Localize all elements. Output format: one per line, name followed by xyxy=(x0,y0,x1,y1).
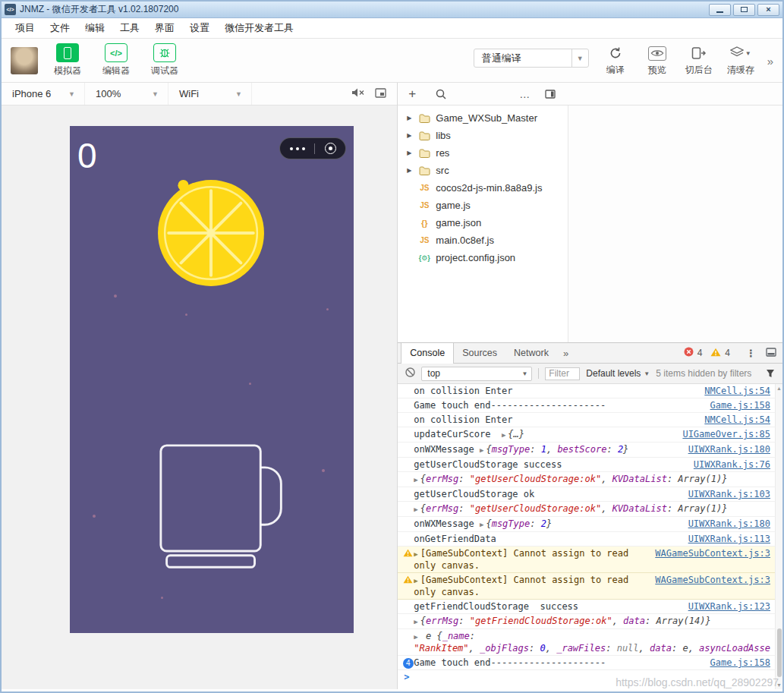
tree-item-file[interactable]: JScocos2d-js-min.8a8a9.js xyxy=(398,179,568,197)
console-prompt[interactable]: > xyxy=(398,670,775,684)
tree-item-file[interactable]: JSgame.js xyxy=(398,197,568,214)
menu-item[interactable]: 工具 xyxy=(112,21,147,35)
scrollbar-thumb[interactable] xyxy=(777,628,782,677)
collapse-arrow-icon[interactable]: ▶ xyxy=(405,150,413,156)
tree-item-file[interactable]: {⚙}project.config.json xyxy=(398,249,568,266)
tab-network[interactable]: Network xyxy=(505,343,557,363)
debugger-button[interactable]: 调试器 xyxy=(146,43,184,77)
menu-item[interactable]: 项目 xyxy=(8,21,43,35)
message-text: on collision Enter xyxy=(414,414,697,426)
message-text: ▶{errMsg: "getUserCloudStorage:ok", KVDa… xyxy=(414,474,770,486)
maximize-button[interactable] xyxy=(733,4,755,16)
tree-item-file[interactable]: {}game.json xyxy=(398,214,568,232)
clear-console-icon[interactable] xyxy=(405,367,415,380)
sparkle xyxy=(185,313,187,316)
file-name: project.config.json xyxy=(436,252,515,263)
network-select[interactable]: WiFi ▼ xyxy=(168,83,252,105)
message-icon-slot: 4 xyxy=(402,657,414,669)
source-link[interactable]: UIWXRank.js:180 xyxy=(688,444,770,455)
mute-icon[interactable] xyxy=(351,87,364,101)
tree-item-folder[interactable]: ▶res xyxy=(398,144,568,162)
expand-arrow-icon[interactable]: ▶ xyxy=(480,446,483,454)
tab-console[interactable]: Console xyxy=(401,343,454,364)
source-link[interactable]: WAGameSubContext.js:3 xyxy=(655,548,770,559)
menu-item[interactable]: 文件 xyxy=(43,21,77,35)
source-link[interactable]: Game.js:158 xyxy=(710,400,770,411)
expand-arrow-icon[interactable]: ▶ xyxy=(414,577,417,584)
preview-label: 预览 xyxy=(648,64,666,77)
console-message: on collision EnterNMCell.js:54 xyxy=(398,384,775,398)
expand-arrow-icon[interactable]: ▶ xyxy=(414,633,417,641)
scroll-down-icon[interactable]: ▼ xyxy=(776,682,782,688)
token: msgType xyxy=(492,518,531,529)
right-pane: + … ▶Game_WXSub_Master▶libs▶res▶srcJScoc… xyxy=(397,83,782,689)
switch-background-button[interactable]: 切后台 xyxy=(684,44,714,77)
menu-item[interactable]: 微信开发者工具 xyxy=(217,21,301,35)
mini-program-capsule xyxy=(279,137,346,159)
device-select[interactable]: iPhone 6 ▼ xyxy=(2,83,85,105)
expand-arrow-icon[interactable]: ▶ xyxy=(414,476,417,484)
more-options-icon[interactable]: … xyxy=(519,83,531,106)
collapse-arrow-icon[interactable]: ▶ xyxy=(405,132,413,139)
simulator-icon xyxy=(56,43,79,62)
source-link[interactable]: UIGameOver.js:85 xyxy=(682,429,770,440)
editor-button[interactable]: </> 编辑器 xyxy=(97,43,135,77)
tabs-overflow-icon[interactable]: » xyxy=(557,348,575,359)
filter-input[interactable] xyxy=(545,367,580,380)
search-icon[interactable] xyxy=(436,83,446,106)
source-link[interactable]: NMCell.js:54 xyxy=(704,386,770,397)
menu-item[interactable]: 编辑 xyxy=(77,21,112,35)
source-link[interactable]: UIWXRank.js:76 xyxy=(694,459,770,471)
console-settings-icon[interactable] xyxy=(766,369,775,378)
game-screen[interactable]: 0 xyxy=(70,126,354,633)
prompt-chevron-icon: > xyxy=(404,672,409,683)
simulator-button[interactable]: 模拟器 xyxy=(49,43,87,77)
clear-cache-button[interactable]: ▼ 清缓存 xyxy=(726,44,756,77)
expand-arrow-icon[interactable]: ▶ xyxy=(414,550,417,558)
scroll-up-icon[interactable]: ▲ xyxy=(776,386,782,391)
device-value: iPhone 6 xyxy=(12,88,51,99)
source-link[interactable]: UIWXRank.js:123 xyxy=(688,601,770,613)
layout-toggle-icon[interactable] xyxy=(545,83,556,106)
log-levels-select[interactable]: Default levels ▼ xyxy=(586,368,650,379)
source-link[interactable]: NMCell.js:54 xyxy=(704,414,770,426)
exit-icon[interactable] xyxy=(325,143,336,154)
user-avatar[interactable] xyxy=(11,47,38,74)
source-link[interactable]: UIWXRank.js:113 xyxy=(688,534,770,545)
token: Array(1) xyxy=(678,474,722,484)
float-window-icon[interactable] xyxy=(375,87,386,101)
source-link[interactable]: UIWXRank.js:103 xyxy=(688,489,770,500)
execution-context-select[interactable]: top ▼ xyxy=(421,367,532,381)
add-file-button[interactable]: + xyxy=(408,83,416,106)
source-link[interactable]: UIWXRank.js:180 xyxy=(688,518,770,530)
source-link[interactable]: Game.js:158 xyxy=(710,657,770,669)
expand-arrow-icon[interactable]: ▶ xyxy=(480,521,483,528)
tab-sources[interactable]: Sources xyxy=(454,343,505,363)
preview-button[interactable]: 预览 xyxy=(642,44,672,77)
zoom-select[interactable]: 100% ▼ xyxy=(85,83,168,105)
tree-item-file[interactable]: JSmain.0c8ef.js xyxy=(398,232,568,249)
more-options-icon[interactable] xyxy=(290,147,305,150)
toolbar-more-button[interactable]: » xyxy=(767,55,773,68)
tree-item-folder[interactable]: ▶Game_WXSub_Master xyxy=(398,109,568,127)
tree-item-folder[interactable]: ▶src xyxy=(398,162,568,179)
dock-side-icon[interactable] xyxy=(766,346,776,360)
collapse-arrow-icon[interactable]: ▶ xyxy=(405,115,413,121)
compile-mode-select[interactable]: 普通编译 ▼ xyxy=(474,49,589,68)
console-scrollbar[interactable]: ▲ ▼ xyxy=(775,384,782,689)
expand-arrow-icon[interactable]: ▶ xyxy=(414,618,417,625)
minimize-button[interactable] xyxy=(709,4,731,16)
expand-arrow-icon[interactable]: ▶ xyxy=(414,506,417,513)
kebab-menu-icon[interactable]: ⋮ xyxy=(746,348,756,359)
tree-item-folder[interactable]: ▶libs xyxy=(398,127,568,144)
token: Game touch end--------------------- xyxy=(414,400,606,411)
menu-item[interactable]: 设置 xyxy=(182,21,217,35)
expand-arrow-icon[interactable]: ▶ xyxy=(502,431,505,439)
menu-item[interactable]: 界面 xyxy=(147,21,182,35)
collapse-arrow-icon[interactable]: ▶ xyxy=(405,167,413,174)
js-file-icon: JS xyxy=(417,236,432,244)
close-button[interactable]: × xyxy=(757,4,779,16)
source-link[interactable]: WAGameSubContext.js:3 xyxy=(655,575,770,586)
compile-button[interactable]: 编译 xyxy=(600,44,631,77)
error-icon xyxy=(684,346,694,360)
